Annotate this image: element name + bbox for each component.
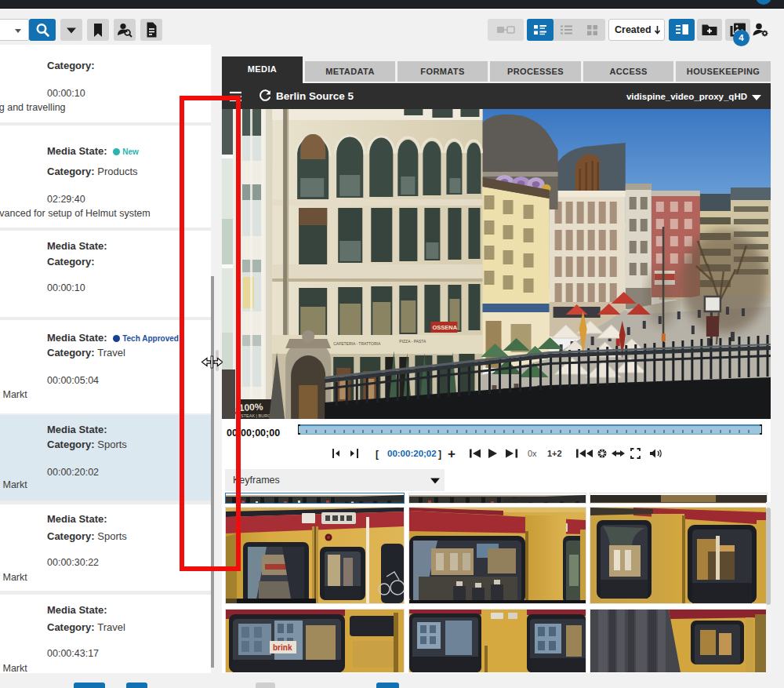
svg-text:]: ] [438, 449, 441, 460]
svg-text:CAFETERIA - TRATTORIA: CAFETERIA - TRATTORIA [333, 341, 381, 346]
svg-text:[: [ [376, 449, 379, 460]
svg-text:00:00:20;02: 00:00:20;02 [387, 449, 437, 458]
svg-text:PIZZA - PASTA: PIZZA - PASTA [399, 339, 426, 344]
svg-text:OSSENA: OSSENA [432, 324, 457, 331]
svg-text:100%: 100% [238, 401, 263, 413]
svg-text:brink: brink [273, 643, 292, 652]
svg-text:1+2: 1+2 [547, 449, 562, 458]
svg-text:0x: 0x [528, 449, 537, 458]
svg-text:+: + [448, 446, 456, 461]
